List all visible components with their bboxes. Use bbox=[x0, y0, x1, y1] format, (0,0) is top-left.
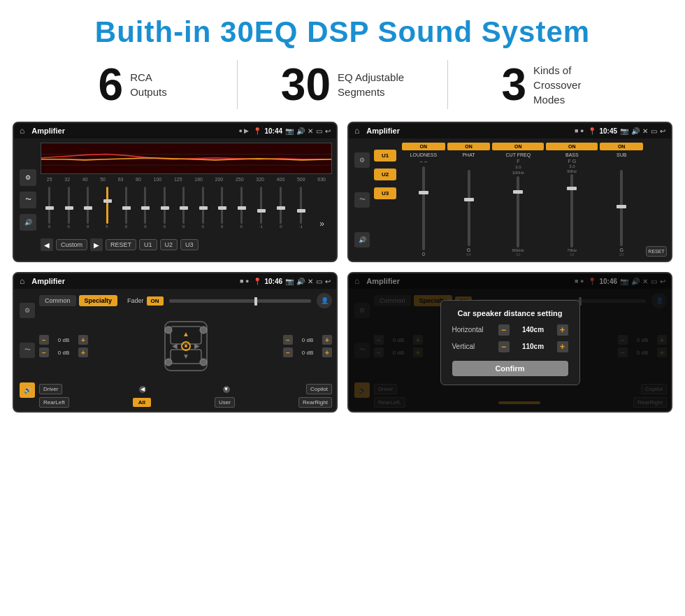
eq-slider-7[interactable]: 0 bbox=[164, 187, 166, 229]
cutfreq-slider[interactable] bbox=[517, 176, 519, 248]
wave-icon-2[interactable]: 〜 bbox=[354, 192, 370, 208]
eq-slider-10[interactable]: 0 bbox=[221, 187, 223, 229]
vertical-minus[interactable]: − bbox=[498, 341, 510, 352]
sub-slider[interactable] bbox=[620, 170, 623, 246]
eq-slider-5[interactable]: 0 bbox=[125, 187, 127, 229]
camera-icon-3: 📷 bbox=[285, 278, 294, 285]
eq-slider-12[interactable]: -1 bbox=[259, 187, 263, 229]
preset-u3[interactable]: U3 bbox=[374, 187, 396, 199]
phat-toggle[interactable]: ON bbox=[447, 143, 491, 150]
bass-slider[interactable] bbox=[570, 174, 573, 248]
fader-slider[interactable] bbox=[169, 299, 311, 303]
channel-phat: ON PHAT G 64 bbox=[447, 143, 491, 257]
reset-btn-2[interactable]: RESET bbox=[646, 246, 667, 257]
rl-vol: 0 dB bbox=[51, 350, 76, 356]
reset-btn-1[interactable]: RESET bbox=[106, 239, 136, 250]
custom-btn[interactable]: Custom bbox=[56, 239, 87, 250]
eq-slider-9[interactable]: 0 bbox=[202, 187, 204, 229]
driver-btn[interactable]: Driver bbox=[39, 384, 62, 394]
loudness-toggle[interactable]: ON bbox=[402, 143, 445, 150]
tab-common-3[interactable]: Common bbox=[39, 295, 76, 306]
eq-slider-3[interactable]: 0 bbox=[87, 187, 89, 229]
eq-more-btn[interactable]: » bbox=[319, 219, 324, 229]
window-icon-3[interactable]: ▭ bbox=[316, 278, 322, 285]
freq-25: 25 bbox=[47, 177, 52, 182]
close-icon-2[interactable]: ✕ bbox=[642, 127, 648, 135]
vertical-plus[interactable]: + bbox=[557, 341, 568, 352]
home-icon-3[interactable]: ⌂ bbox=[20, 276, 24, 286]
u2-btn[interactable]: U2 bbox=[160, 239, 178, 250]
back-icon-3[interactable]: ↩ bbox=[325, 278, 331, 285]
eq-slider-11[interactable]: 0 bbox=[240, 187, 242, 229]
confirm-button[interactable]: Confirm bbox=[452, 361, 568, 376]
horizontal-minus[interactable]: − bbox=[498, 324, 510, 336]
eq-speaker-btn[interactable]: 🔊 bbox=[20, 214, 36, 231]
eq-slider-6[interactable]: 0 bbox=[144, 187, 146, 229]
phat-slider[interactable] bbox=[468, 170, 470, 246]
loudness-slider[interactable] bbox=[422, 166, 425, 250]
stat-desc-eq: EQ AdjustableSegments bbox=[338, 70, 404, 99]
tab-specialty-3[interactable]: Specialty bbox=[79, 295, 118, 306]
settings-icon-3[interactable]: 👤 bbox=[317, 293, 332, 308]
preset-u2[interactable]: U2 bbox=[374, 169, 396, 180]
left-arrow[interactable]: ◀ bbox=[139, 386, 146, 393]
preset-u1[interactable]: U1 bbox=[374, 150, 396, 162]
horizontal-control: − 140cm + bbox=[498, 324, 568, 336]
speaker-icon-3[interactable]: 🔊 bbox=[20, 382, 35, 398]
back-icon-1[interactable]: ↩ bbox=[325, 127, 331, 135]
cutfreq-toggle[interactable]: ON bbox=[492, 143, 544, 150]
fl-minus[interactable]: − bbox=[39, 335, 49, 345]
eq-slider-8[interactable]: 0 bbox=[182, 187, 185, 229]
eq-filter-btn[interactable]: ⚙ bbox=[20, 169, 36, 186]
status-bar-1: ⌂ Amplifier ● ▶ 📍 10:44 📷 🔊 ✕ ▭ ↩ bbox=[14, 123, 336, 138]
fr-minus[interactable]: − bbox=[283, 335, 293, 345]
speaker-icon-2[interactable]: 🔊 bbox=[354, 232, 370, 248]
eq-slider-13[interactable]: 0 bbox=[280, 187, 282, 229]
rl-plus[interactable]: + bbox=[78, 348, 88, 357]
home-icon-1[interactable]: ⌂ bbox=[20, 126, 24, 136]
filter-icon-3[interactable]: ⚙ bbox=[20, 303, 35, 318]
eq-slider-2[interactable]: 0 bbox=[67, 187, 69, 229]
rl-minus[interactable]: − bbox=[39, 348, 49, 357]
rearright-btn[interactable]: RearRight bbox=[298, 397, 332, 408]
eq-slider-4[interactable]: 5 bbox=[106, 187, 108, 229]
stat-divider-1 bbox=[237, 60, 238, 109]
eq-wave-btn[interactable]: 〜 bbox=[20, 192, 36, 208]
freq-50: 50 bbox=[100, 177, 106, 182]
volume-icon-1: 🔊 bbox=[296, 127, 305, 135]
bass-toggle[interactable]: ON bbox=[546, 143, 598, 150]
fl-plus[interactable]: + bbox=[78, 335, 88, 345]
horizontal-plus[interactable]: + bbox=[557, 324, 568, 336]
phat-label: PHAT bbox=[462, 152, 475, 157]
channel-sub: ON SUB G 20 bbox=[600, 143, 643, 257]
user-btn[interactable]: User bbox=[215, 397, 235, 408]
close-icon-1[interactable]: ✕ bbox=[308, 127, 313, 135]
wave-icon-3[interactable]: 〜 bbox=[20, 343, 35, 358]
eq-slider-14[interactable]: -1 bbox=[299, 187, 303, 229]
vertical-row: Vertical − 110cm + bbox=[452, 341, 568, 352]
back-icon-2[interactable]: ↩ bbox=[660, 127, 665, 135]
copilot-btn[interactable]: Copilot bbox=[306, 384, 332, 394]
eq-slider-1[interactable]: 0 bbox=[48, 187, 50, 229]
u1-btn[interactable]: U1 bbox=[139, 239, 157, 250]
all-btn[interactable]: All bbox=[133, 398, 151, 407]
freq-40: 40 bbox=[82, 177, 88, 182]
rearleft-btn[interactable]: RearLeft bbox=[39, 397, 69, 408]
fr-plus[interactable]: + bbox=[322, 335, 332, 345]
home-icon-2[interactable]: ⌂ bbox=[354, 126, 359, 136]
svg-text:▲: ▲ bbox=[182, 330, 189, 338]
app-name-1: Amplifier bbox=[31, 127, 234, 135]
prev-btn[interactable]: ◀ bbox=[41, 238, 53, 251]
window-icon-1[interactable]: ▭ bbox=[316, 127, 322, 135]
u3-btn[interactable]: U3 bbox=[180, 239, 199, 250]
rr-plus[interactable]: + bbox=[322, 348, 332, 357]
close-icon-3[interactable]: ✕ bbox=[308, 278, 313, 285]
rr-minus[interactable]: − bbox=[283, 348, 293, 357]
fader-on-btn[interactable]: ON bbox=[147, 296, 164, 306]
play-btn[interactable]: ▶ bbox=[90, 238, 103, 251]
filter-icon-2[interactable]: ⚙ bbox=[354, 152, 370, 168]
window-icon-2[interactable]: ▭ bbox=[651, 127, 657, 135]
down-arrow-3[interactable]: ▼ bbox=[223, 386, 230, 393]
vertical-label: Vertical bbox=[452, 343, 494, 350]
sub-toggle[interactable]: ON bbox=[600, 143, 643, 150]
